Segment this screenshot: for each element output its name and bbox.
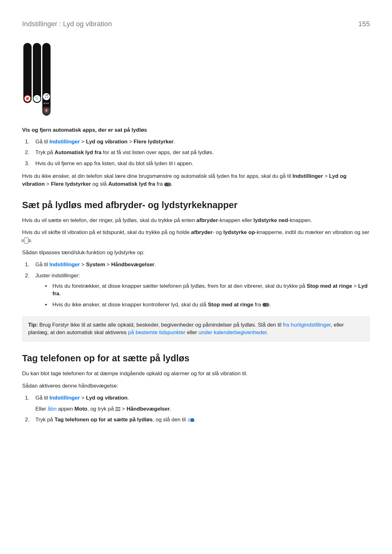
- list-item: Gå til Indstillinger > Lyd og vibration …: [31, 138, 370, 146]
- paragraph: Sådan tilpasses tænd/sluk-funktion og ly…: [22, 249, 370, 257]
- paragraph: Du kan blot tage telefonen for at dæmpe …: [22, 370, 370, 378]
- link-open[interactable]: åbn: [48, 406, 57, 412]
- list-item: Hvis du ikke ønsker, at disse knapper ko…: [51, 301, 370, 309]
- tip-label: Tip:: [28, 322, 38, 328]
- list-item: Juster indstillinger: Hvis du foretrække…: [31, 272, 370, 309]
- list-item: Tryk på Automatisk lyd fra for at få vis…: [31, 149, 370, 157]
- slider-track-media: ◼: [23, 43, 32, 103]
- slider-track-ring: 🎵 ••• 🔇: [42, 43, 51, 116]
- link-settings[interactable]: Indstillinger: [49, 262, 80, 268]
- heading-power-volume-mute: Sæt på lydløs med afbryder- og lydstyrke…: [22, 198, 370, 212]
- list-item: Gå til Indstillinger > Lyd og vibration.…: [31, 394, 370, 413]
- toggle-off-icon: [164, 183, 171, 186]
- tip-box: Tip: Brug Forstyr ikke til at sætte alle…: [22, 316, 370, 341]
- paragraph: Hvis du vil sætte en telefon, der ringer…: [22, 217, 370, 225]
- page-header: Indstillinger : Lyd og vibration 155: [22, 19, 370, 29]
- slider-track-call: G: [33, 43, 41, 103]
- list-item: Gå til Indstillinger > System > Håndbevæ…: [31, 261, 370, 269]
- slider-knob-ring: 🎵: [43, 93, 50, 100]
- phone-vibrate-icon: [22, 238, 30, 244]
- link-calendar-events[interactable]: under kalenderbegivenheder: [199, 329, 267, 335]
- steps-power-volume: Gå til Indstillinger > System > Håndbevæ…: [22, 261, 370, 309]
- mute-icon: 🔇: [43, 107, 50, 115]
- hamburger-icon: [115, 407, 120, 411]
- link-scheduled-times[interactable]: på bestemte tidspunkter: [128, 329, 185, 335]
- list-item: Tryk på Tag telefonen op for at sætte på…: [31, 416, 370, 424]
- toggle-on-icon: [187, 418, 194, 422]
- slider-more-icon: •••: [44, 101, 50, 106]
- volume-sliders-figure: ◼ G 🎵 ••• 🔇: [22, 42, 370, 117]
- subheading-auto-silent: Vis og fjern automatisk apps, der er sat…: [22, 126, 370, 134]
- slider-knob-media: ◼: [24, 95, 31, 102]
- list-item: Hvis du vil fjerne en app fra listen, sk…: [31, 160, 370, 168]
- paragraph: Hvis du ikke ønsker, at din telefon skal…: [22, 172, 370, 188]
- paragraph: Sådan aktiveres denne håndbevægelse:: [22, 382, 370, 390]
- slider-knob-call: G: [33, 95, 40, 102]
- steps-pickup-mute: Gå til Indstillinger > Lyd og vibration.…: [22, 394, 370, 424]
- page-number: 155: [358, 19, 370, 29]
- heading-pickup-mute: Tag telefonen op for at sætte på lydløs: [22, 352, 370, 365]
- link-quick-settings[interactable]: fra hurtigindstillinger: [283, 322, 331, 328]
- breadcrumb: Indstillinger : Lyd og vibration: [22, 19, 112, 29]
- toggle-off-icon: [262, 303, 269, 307]
- link-settings[interactable]: Indstillinger: [49, 395, 80, 401]
- paragraph: Hvis du vil skifte til vibration på et t…: [22, 229, 370, 244]
- list-item: Hvis du foretrækker, at disse knapper sæ…: [51, 282, 370, 298]
- steps-auto-silent: Gå til Indstillinger > Lyd og vibration …: [22, 138, 370, 168]
- link-settings[interactable]: Indstillinger: [49, 139, 80, 145]
